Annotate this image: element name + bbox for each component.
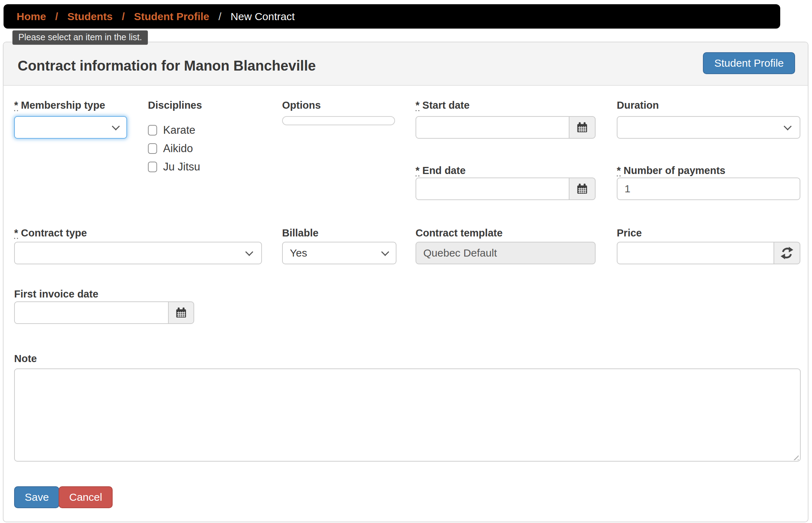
panel-heading: Contract information for Manon Blanchevi… — [4, 42, 808, 86]
jujitsu-checkbox[interactable] — [148, 162, 157, 172]
end-date-calendar-button[interactable] — [569, 178, 596, 200]
price-input[interactable] — [617, 242, 774, 264]
membership-type-select[interactable] — [14, 116, 127, 139]
price-refresh-button[interactable] — [774, 242, 800, 264]
number-of-payments-input[interactable] — [617, 178, 800, 200]
contract-type-label: *Contract type — [14, 228, 87, 239]
calendar-icon — [576, 183, 588, 195]
karate-checkbox[interactable] — [148, 125, 157, 136]
end-date-group — [416, 178, 596, 200]
chevron-down-icon — [245, 248, 253, 256]
cancel-button[interactable]: Cancel — [59, 486, 113, 508]
chevron-down-icon — [381, 248, 389, 256]
chevron-down-icon — [784, 122, 792, 131]
start-date-calendar-button[interactable] — [569, 116, 596, 139]
required-marker: * — [416, 101, 419, 111]
breadcrumb-separator: / — [122, 11, 125, 23]
contract-template-input: Quebec Default — [416, 242, 596, 264]
contract-panel: Contract information for Manon Blanchevi… — [3, 42, 808, 522]
breadcrumb-separator: / — [219, 11, 221, 23]
required-marker: * — [416, 166, 419, 176]
refresh-icon — [780, 246, 794, 260]
breadcrumb: Home / Students / Student Profile / New … — [4, 4, 780, 29]
breadcrumb-current-page: New Contract — [231, 11, 295, 23]
billable-value: Yes — [290, 247, 307, 259]
calendar-icon — [576, 121, 588, 133]
jujitsu-label: Ju Jitsu — [163, 161, 200, 173]
first-invoice-calendar-button[interactable] — [168, 301, 194, 324]
discipline-jujitsu-option[interactable]: Ju Jitsu — [148, 161, 200, 173]
chevron-down-icon — [112, 122, 120, 131]
options-input[interactable] — [282, 116, 395, 125]
aikido-label: Aikido — [163, 142, 193, 155]
start-date-label: *Start date — [416, 100, 470, 111]
start-date-input[interactable] — [416, 116, 569, 139]
discipline-aikido-option[interactable]: Aikido — [148, 142, 193, 155]
student-profile-button[interactable]: Student Profile — [703, 52, 795, 74]
first-invoice-date-input[interactable] — [14, 301, 169, 324]
contract-template-value: Quebec Default — [423, 247, 497, 259]
required-marker: * — [617, 166, 621, 176]
breadcrumb-separator: / — [55, 11, 58, 23]
note-label: Note — [14, 354, 37, 364]
number-of-payments-label: *Number of payments — [617, 166, 726, 176]
start-date-group — [416, 116, 596, 139]
save-button[interactable]: Save — [14, 486, 59, 508]
breadcrumb-home-link[interactable]: Home — [17, 11, 46, 23]
karate-label: Karate — [163, 124, 195, 137]
first-invoice-date-group — [14, 301, 194, 324]
breadcrumb-students-link[interactable]: Students — [67, 11, 113, 23]
end-date-label: *End date — [416, 166, 466, 176]
duration-select[interactable] — [617, 116, 800, 139]
contract-template-label: Contract template — [416, 228, 503, 238]
calendar-icon — [175, 307, 187, 319]
disciplines-label: Disciplines — [148, 100, 202, 110]
aikido-checkbox[interactable] — [148, 143, 157, 154]
duration-label: Duration — [617, 100, 659, 110]
price-label: Price — [617, 228, 642, 238]
required-marker: * — [14, 101, 18, 111]
validation-tooltip: Please select an item in the list. — [12, 30, 148, 45]
new-contract-page: Home / Students / Student Profile / New … — [0, 0, 812, 523]
page-title: Contract information for Manon Blanchevi… — [18, 59, 316, 73]
note-textarea[interactable] — [14, 368, 801, 462]
price-group — [617, 242, 800, 264]
contract-type-select[interactable] — [14, 242, 262, 264]
end-date-input[interactable] — [416, 178, 569, 200]
first-invoice-date-label: First invoice date — [14, 289, 98, 299]
options-label: Options — [282, 100, 321, 110]
breadcrumb-student-profile-link[interactable]: Student Profile — [134, 11, 209, 23]
billable-select[interactable]: Yes — [282, 242, 396, 264]
required-marker: * — [14, 228, 18, 239]
membership-type-label: *Membership type — [14, 100, 105, 111]
discipline-karate-option[interactable]: Karate — [148, 124, 195, 137]
billable-label: Billable — [282, 228, 318, 238]
